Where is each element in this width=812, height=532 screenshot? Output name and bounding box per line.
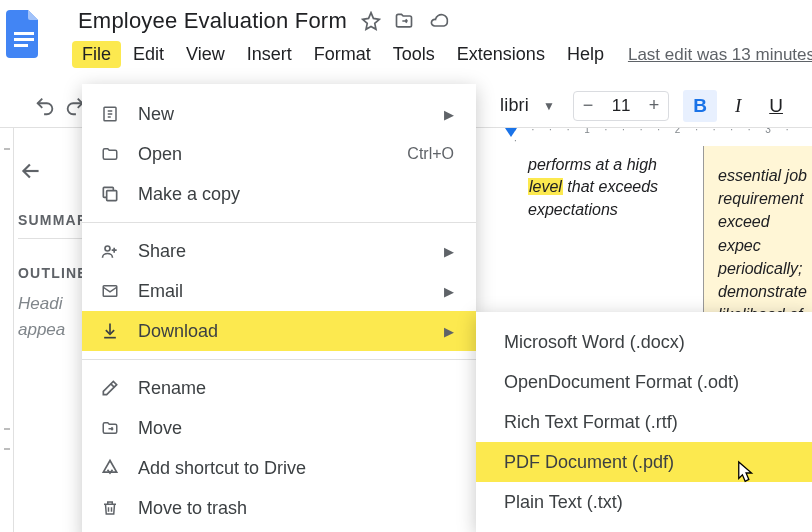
share-icon (96, 241, 124, 261)
submenu-item-label: PDF Document (.pdf) (504, 452, 674, 473)
move-icon (96, 419, 124, 437)
submenu-item-rtf[interactable]: Rich Text Format (.rtf) (476, 402, 812, 442)
doc-text: essential job (718, 164, 812, 187)
docs-header: Employee Evaluation Form File Edit View … (0, 0, 812, 68)
download-submenu: Microsoft Word (.docx) OpenDocument Form… (476, 312, 812, 532)
doc-text: level that exceeds (528, 176, 685, 198)
svg-rect-4 (107, 191, 117, 201)
menu-item-label: Download (138, 321, 436, 342)
submenu-arrow-icon: ▶ (436, 244, 454, 259)
menu-item-make-copy[interactable]: Make a copy (82, 174, 476, 214)
caret-down-icon[interactable]: ▼ (543, 99, 555, 113)
doc-text: periodically; (718, 257, 812, 280)
font-size-increase-button[interactable]: + (640, 92, 668, 120)
menu-item-label: New (138, 104, 436, 125)
submenu-item-docx[interactable]: Microsoft Word (.docx) (476, 322, 812, 362)
move-folder-icon[interactable] (393, 11, 415, 31)
docs-app-icon[interactable] (6, 7, 42, 61)
svg-point-5 (105, 246, 110, 251)
menu-item-label: Add shortcut to Drive (138, 458, 454, 479)
menu-help[interactable]: Help (557, 41, 614, 68)
submenu-item-pdf[interactable]: PDF Document (.pdf) (476, 442, 812, 482)
menu-separator (82, 222, 476, 223)
underline-button[interactable]: U (759, 90, 793, 122)
horizontal-ruler: · · · · 1 · · · · 2 · · · · 3 · · (496, 128, 812, 146)
menu-view[interactable]: View (176, 41, 235, 68)
submenu-arrow-icon: ▶ (436, 107, 454, 122)
menu-extensions[interactable]: Extensions (447, 41, 555, 68)
trash-icon (96, 498, 124, 518)
download-icon (96, 321, 124, 341)
cloud-status-icon[interactable] (427, 11, 451, 31)
submenu-arrow-icon: ▶ (436, 284, 454, 299)
svg-rect-0 (14, 32, 34, 35)
submenu-item-odt[interactable]: OpenDocument Format (.odt) (476, 362, 812, 402)
menu-item-download[interactable]: Download ▶ (82, 311, 476, 351)
new-doc-icon (96, 104, 124, 124)
svg-rect-2 (14, 44, 28, 47)
menu-item-label: Share (138, 241, 436, 262)
menu-item-share[interactable]: Share ▶ (82, 231, 476, 271)
menu-item-label: Open (138, 144, 407, 165)
svg-rect-1 (14, 38, 34, 41)
italic-button[interactable]: I (721, 90, 755, 122)
menu-item-new[interactable]: New ▶ (82, 94, 476, 134)
document-title[interactable]: Employee Evaluation Form (78, 8, 347, 34)
copy-icon (96, 184, 124, 204)
menu-item-open[interactable]: Open Ctrl+O (82, 134, 476, 174)
mouse-cursor-icon (736, 460, 758, 486)
folder-icon (96, 145, 124, 163)
ruler-indent-marker[interactable] (505, 128, 517, 137)
menu-item-rename[interactable]: Rename (82, 368, 476, 408)
menu-file[interactable]: File (72, 41, 121, 68)
menu-edit[interactable]: Edit (123, 41, 174, 68)
menu-item-move[interactable]: Move (82, 408, 476, 448)
font-size-value[interactable]: 11 (602, 96, 640, 116)
doc-text: performs at a high (528, 154, 685, 176)
submenu-arrow-icon: ▶ (436, 324, 454, 339)
doc-text: demonstrate (718, 280, 812, 303)
doc-text: exceed expec (718, 210, 812, 256)
drive-shortcut-icon (96, 458, 124, 478)
menu-item-label: Make a copy (138, 184, 454, 205)
keyboard-shortcut: Ctrl+O (407, 145, 454, 163)
file-menu-dropdown: New ▶ Open Ctrl+O Make a copy Share ▶ Em… (82, 84, 476, 532)
menu-item-label: Rename (138, 378, 454, 399)
menu-format[interactable]: Format (304, 41, 381, 68)
menu-item-label: Move to trash (138, 498, 454, 519)
font-family-select[interactable]: libri (500, 95, 529, 116)
menu-separator (82, 359, 476, 360)
rename-icon (96, 378, 124, 398)
submenu-item-txt[interactable]: Plain Text (.txt) (476, 482, 812, 522)
star-icon[interactable] (361, 11, 381, 31)
menu-item-email[interactable]: Email ▶ (82, 271, 476, 311)
menu-item-label: Email (138, 281, 436, 302)
doc-text: expectations (528, 199, 685, 221)
menu-tools[interactable]: Tools (383, 41, 445, 68)
font-size-decrease-button[interactable]: − (574, 92, 602, 120)
font-size-stepper: − 11 + (573, 91, 669, 121)
undo-button[interactable] (30, 91, 60, 121)
menu-insert[interactable]: Insert (237, 41, 302, 68)
menu-bar: File Edit View Insert Format Tools Exten… (50, 41, 812, 68)
menu-item-trash[interactable]: Move to trash (82, 488, 476, 528)
menu-item-label: Move (138, 418, 454, 439)
bold-button[interactable]: B (683, 90, 717, 122)
doc-text: requirement (718, 187, 812, 210)
last-edit-link[interactable]: Last edit was 13 minutes a (628, 45, 812, 65)
menu-item-add-shortcut[interactable]: Add shortcut to Drive (82, 448, 476, 488)
email-icon (96, 282, 124, 300)
